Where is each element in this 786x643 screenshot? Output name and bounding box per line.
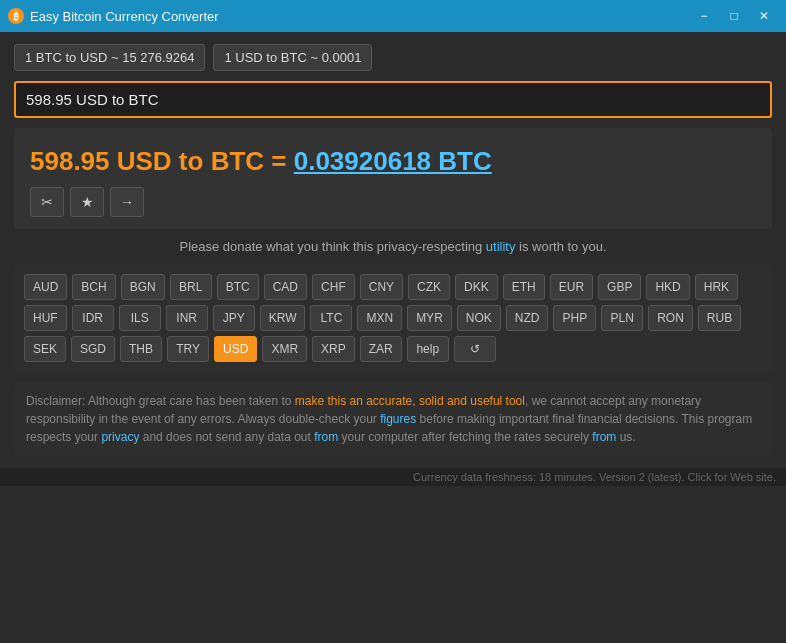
window-controls: − □ ✕	[690, 5, 778, 27]
converter-input[interactable]	[14, 81, 772, 118]
close-button[interactable]: ✕	[750, 5, 778, 27]
action-buttons: ✂ ★ →	[30, 187, 756, 217]
btc-to-usd-rate: 1 BTC to USD ~ 15 276.9264	[14, 44, 205, 71]
currency-btn-nok[interactable]: NOK	[457, 305, 501, 331]
donate-post: is worth to you.	[515, 239, 606, 254]
donate-pre: Please donate what you think this privac…	[179, 239, 485, 254]
currency-btn-usd[interactable]: USD	[214, 336, 257, 362]
currency-btn-bch[interactable]: BCH	[72, 274, 115, 300]
status-text: Currency data freshness: 18 minutes. Ver…	[413, 471, 776, 483]
currency-btn-eur[interactable]: EUR	[550, 274, 593, 300]
donate-text: Please donate what you think this privac…	[14, 239, 772, 254]
currency-btn-sek[interactable]: SEK	[24, 336, 66, 362]
currency-btn-try[interactable]: TRY	[167, 336, 209, 362]
currency-btn-cny[interactable]: CNY	[360, 274, 403, 300]
maximize-button[interactable]: □	[720, 5, 748, 27]
result-display: 598.95 USD to BTC = 0.03920618 BTC	[30, 146, 756, 177]
app-icon: ₿	[8, 8, 24, 24]
currency-btn-hrk[interactable]: HRK	[695, 274, 738, 300]
currency-btn-cad[interactable]: CAD	[264, 274, 307, 300]
currency-btn-xmr[interactable]: XMR	[262, 336, 307, 362]
status-bar[interactable]: Currency data freshness: 18 minutes. Ver…	[0, 468, 786, 486]
result-value: 0.03920618 BTC	[294, 146, 492, 176]
rate-badges: 1 BTC to USD ~ 15 276.9264 1 USD to BTC …	[14, 44, 772, 71]
cut-button[interactable]: ✂	[30, 187, 64, 217]
currency-btn-php[interactable]: PHP	[553, 305, 596, 331]
currency-btn-dkk[interactable]: DKK	[455, 274, 498, 300]
currency-btn-mxn[interactable]: MXN	[357, 305, 402, 331]
disclaimer-text6: us.	[616, 430, 635, 444]
currency-btn-huf[interactable]: HUF	[24, 305, 67, 331]
utility-link[interactable]: utility	[486, 239, 516, 254]
title-bar: ₿ Easy Bitcoin Currency Converter − □ ✕	[0, 0, 786, 32]
currency-btn-brl[interactable]: BRL	[170, 274, 212, 300]
currency-btn-ltc[interactable]: LTC	[310, 305, 352, 331]
convert-button[interactable]: →	[110, 187, 144, 217]
currency-btn-thb[interactable]: THB	[120, 336, 162, 362]
disclaimer-text5: your computer after fetching the rates s…	[338, 430, 592, 444]
currency-btn-ron[interactable]: RON	[648, 305, 693, 331]
disclaimer-link4[interactable]: from	[314, 430, 338, 444]
disclaimer-link5[interactable]: from	[592, 430, 616, 444]
currency-btn-xrp[interactable]: XRP	[312, 336, 355, 362]
disclaimer-text4: and does not send any data out	[139, 430, 314, 444]
usd-to-btc-rate: 1 USD to BTC ~ 0.0001	[213, 44, 372, 71]
disclaimer-text1: Disclaimer: Although great care has been…	[26, 394, 295, 408]
currency-btn-jpy[interactable]: JPY	[213, 305, 255, 331]
currency-btn-pln[interactable]: PLN	[601, 305, 643, 331]
disclaimer-link3[interactable]: privacy	[101, 430, 139, 444]
currency-btn-↺[interactable]: ↺	[454, 336, 496, 362]
currency-btn-czk[interactable]: CZK	[408, 274, 450, 300]
currency-btn-btc[interactable]: BTC	[217, 274, 259, 300]
currency-grid: AUDBCHBGNBRLBTCCADCHFCNYCZKDKKETHEURGBPH…	[14, 264, 772, 372]
result-prefix: 598.95 USD to BTC =	[30, 146, 286, 176]
currency-btn-sgd[interactable]: SGD	[71, 336, 115, 362]
currency-btn-zar[interactable]: ZAR	[360, 336, 402, 362]
currency-btn-chf[interactable]: CHF	[312, 274, 355, 300]
disclaimer-link2[interactable]: figures	[380, 412, 416, 426]
main-content: 1 BTC to USD ~ 15 276.9264 1 USD to BTC …	[0, 32, 786, 468]
favorite-button[interactable]: ★	[70, 187, 104, 217]
currency-btn-help[interactable]: help	[407, 336, 449, 362]
disclaimer-link1[interactable]: make this an accurate, solid and useful …	[295, 394, 525, 408]
app-title: Easy Bitcoin Currency Converter	[30, 9, 219, 24]
currency-btn-eth[interactable]: ETH	[503, 274, 545, 300]
currency-btn-bgn[interactable]: BGN	[121, 274, 165, 300]
title-bar-left: ₿ Easy Bitcoin Currency Converter	[8, 8, 219, 24]
currency-btn-krw[interactable]: KRW	[260, 305, 306, 331]
currency-btn-idr[interactable]: IDR	[72, 305, 114, 331]
currency-btn-nzd[interactable]: NZD	[506, 305, 549, 331]
currency-btn-hkd[interactable]: HKD	[646, 274, 689, 300]
currency-btn-gbp[interactable]: GBP	[598, 274, 641, 300]
currency-btn-aud[interactable]: AUD	[24, 274, 67, 300]
currency-btn-ils[interactable]: ILS	[119, 305, 161, 331]
minimize-button[interactable]: −	[690, 5, 718, 27]
result-panel: 598.95 USD to BTC = 0.03920618 BTC ✂ ★ →	[14, 128, 772, 229]
disclaimer: Disclaimer: Although great care has been…	[14, 382, 772, 456]
currency-btn-myr[interactable]: MYR	[407, 305, 452, 331]
currency-btn-inr[interactable]: INR	[166, 305, 208, 331]
currency-btn-rub[interactable]: RUB	[698, 305, 741, 331]
